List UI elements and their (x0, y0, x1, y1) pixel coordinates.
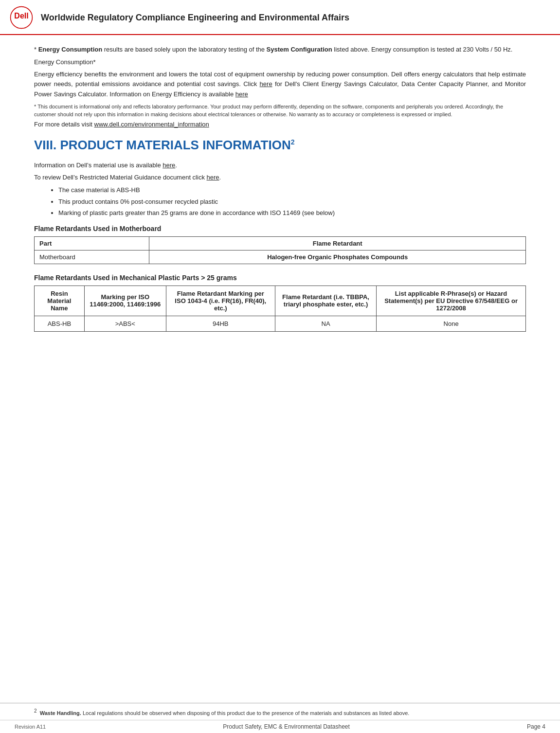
section-viii-title: VIII. PRODUCT MATERIALS INFORMATION2 (34, 138, 526, 153)
list-item: This product contains 0% post-consumer r… (58, 196, 526, 207)
flame-motherboard-title: Flame Retardants Used in Motherboard (34, 225, 526, 232)
flame-mechanical-table: Resin Material Name Marking per ISO 1146… (34, 286, 526, 332)
motherboard-part-cell: Motherboard (35, 250, 149, 264)
footnote-number: 2 (34, 708, 37, 714)
col-fr-header: Flame Retardant (149, 236, 526, 250)
motherboard-fr-cell: Halogen-free Organic Phosphates Compound… (149, 250, 526, 264)
header-title: Worldwide Regulatory Compliance Engineer… (41, 13, 349, 23)
revision-label: Revision A11 (15, 724, 46, 730)
energy-section: * Energy Consumption results are based s… (34, 45, 526, 128)
material-text1-end: . (175, 161, 177, 169)
table-row: ABS-HB >ABS< 94HB NA None (35, 316, 526, 331)
material-info-text2: To review Dell’s Restricted Material Gui… (34, 173, 526, 183)
material-text2-end: . (219, 174, 221, 181)
energy-efficiency-para: Energy efficiency benefits the environme… (34, 70, 526, 100)
bullet-list: The case material is ABS-HB This product… (58, 184, 526, 218)
energy-consumption-label: Energy Consumption* (34, 58, 526, 66)
footnote-text: 2 Waste Handling. Local regulations shou… (34, 707, 526, 717)
energy-line1-part2: results are based solely upon the labora… (102, 46, 266, 53)
section-viii-title-text: VIII. PRODUCT MATERIALS INFORMATION (34, 138, 291, 152)
material-here-link2[interactable]: here (207, 174, 219, 181)
energy-consumption-bold: Energy Consumption (38, 46, 102, 53)
here-link-1[interactable]: here (260, 80, 272, 88)
section-viii-sup: 2 (291, 138, 295, 146)
page-number: Page 4 (527, 723, 545, 730)
footer-center-text: Product Safety, EMC & Environmental Data… (46, 723, 527, 730)
col-part-header: Part (35, 236, 149, 250)
fr-marking-cell: 94HB (166, 316, 275, 331)
table-header-row: Part Flame Retardant (35, 236, 526, 250)
visit-text: For more details visit (34, 121, 94, 128)
dell-logo-icon: Dell (10, 6, 33, 29)
asterisk-prefix: * (34, 46, 38, 53)
visit-line: For more details visit www.dell.com/envi… (34, 121, 526, 128)
list-applicable-cell: None (377, 316, 526, 331)
environmental-link[interactable]: www.dell.com/environmental_information (94, 121, 209, 128)
material-here-link1[interactable]: here (163, 161, 175, 169)
page-footer: Revision A11 Product Safety, EMC & Envir… (0, 720, 560, 733)
page-header: Dell Worldwide Regulatory Compliance Eng… (0, 0, 560, 35)
footnote-asterisk-para: * This document is informational only an… (34, 103, 526, 119)
list-item: The case material is ABS-HB (58, 184, 526, 196)
footnote-section: 2 Waste Handling. Local regulations shou… (0, 703, 560, 720)
main-content: * Energy Consumption results are based s… (0, 35, 560, 703)
mech-col-resin: Resin Material Name (35, 286, 85, 316)
list-item: Marking of plastic parts greater than 25… (58, 207, 526, 218)
energy-line1: * Energy Consumption results are based s… (34, 45, 526, 54)
page-wrapper: Dell Worldwide Regulatory Compliance Eng… (0, 0, 560, 733)
mech-header-row: Resin Material Name Marking per ISO 1146… (35, 286, 526, 316)
mech-col-list: List applicable R-Phrase(s) or Hazard St… (377, 286, 526, 316)
here-link-2[interactable]: here (235, 90, 248, 98)
resin-name-cell: ABS-HB (35, 316, 85, 331)
svg-text:Dell: Dell (14, 12, 28, 20)
mech-col-fr-marking: Flame Retardant Marking per ISO 1043-4 (… (166, 286, 275, 316)
flame-motherboard-table: Part Flame Retardant Motherboard Halogen… (34, 236, 526, 264)
system-config-bold: System Configuration (267, 46, 332, 53)
footnote-bold-label: Waste Handling. (40, 710, 81, 716)
table-row: Motherboard Halogen-free Organic Phospha… (35, 250, 526, 264)
energy-line1-part3: listed above. Energy consumption is test… (332, 46, 513, 53)
section-viii: VIII. PRODUCT MATERIALS INFORMATION2 Inf… (34, 138, 526, 332)
material-info-text1: Information on Dell’s material use is av… (34, 161, 526, 171)
material-text2: To review Dell’s Restricted Material Gui… (34, 174, 207, 181)
flame-mechanical-title: Flame Retardants Used in Mechanical Plas… (34, 274, 526, 282)
material-text1: Information on Dell’s material use is av… (34, 161, 163, 169)
footnote-body: Local regulations should be observed whe… (81, 710, 409, 716)
mech-col-marking: Marking per ISO 11469:2000, 11469:1996 (84, 286, 166, 316)
mech-col-fr-type: Flame Retardant (i.e. TBBPA, triaryl pho… (275, 286, 376, 316)
fr-type-cell: NA (275, 316, 376, 331)
marking-iso-cell: >ABS< (84, 316, 166, 331)
